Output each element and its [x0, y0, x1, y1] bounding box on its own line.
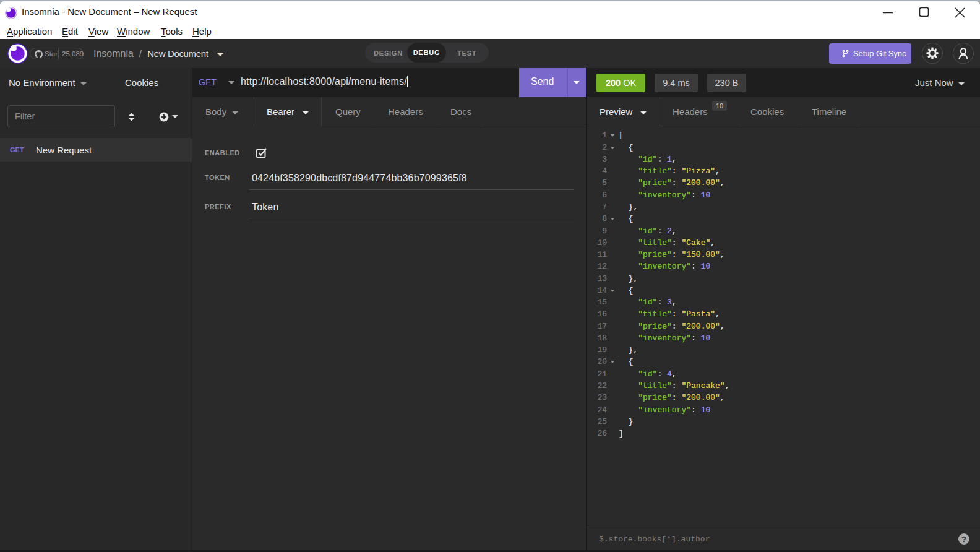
- svg-text:?: ?: [961, 535, 966, 544]
